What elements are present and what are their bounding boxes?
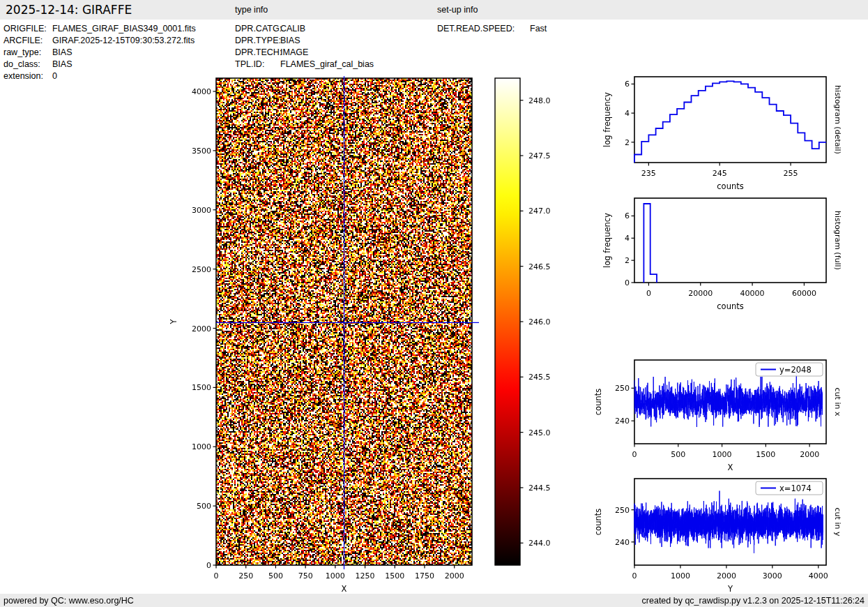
histogram-full-plot	[634, 198, 826, 283]
svg-text:0: 0	[632, 571, 637, 580]
cut-in-x-plot	[634, 360, 826, 444]
svg-text:240: 240	[615, 538, 630, 547]
svg-text:255: 255	[784, 169, 798, 178]
svg-text:X: X	[728, 463, 733, 472]
svg-text:20000: 20000	[688, 289, 713, 298]
svg-text:1500: 1500	[756, 450, 775, 459]
svg-text:Y: Y	[169, 319, 178, 325]
svg-text:250: 250	[238, 571, 253, 580]
svg-text:1000: 1000	[713, 450, 732, 459]
svg-text:244.5: 244.5	[528, 484, 551, 493]
svg-text:250: 250	[615, 506, 630, 515]
svg-text:0: 0	[632, 450, 637, 459]
svg-text:X: X	[342, 584, 347, 594]
svg-text:245: 245	[713, 169, 727, 178]
svg-text:2000: 2000	[192, 324, 211, 334]
svg-text:750: 750	[298, 571, 313, 580]
svg-text:0: 0	[214, 571, 219, 580]
page-title: 2025-12-14: GIRAFFE	[6, 3, 132, 17]
section-label-type-info: type info	[235, 5, 268, 15]
dprcatg-label: DPR.CATG:	[235, 24, 282, 33]
svg-text:240: 240	[615, 417, 630, 426]
svg-text:Y: Y	[727, 584, 733, 594]
svg-text:500: 500	[671, 450, 685, 459]
colorbar	[495, 78, 520, 565]
svg-text:248.0: 248.0	[528, 96, 551, 105]
svg-text:cut in x: cut in x	[833, 388, 842, 417]
svg-text:40000: 40000	[740, 289, 765, 298]
section-label-setup-info: set-up info	[437, 5, 478, 15]
svg-text:histogram (full): histogram (full)	[833, 211, 842, 270]
svg-text:counts: counts	[717, 181, 743, 191]
svg-text:histogram (detail): histogram (detail)	[833, 85, 842, 154]
svg-text:6: 6	[625, 211, 630, 220]
dprtype-value: BIAS	[280, 36, 300, 45]
svg-text:log frequency: log frequency	[602, 213, 612, 268]
svg-text:2000: 2000	[800, 450, 819, 459]
svg-text:0: 0	[625, 278, 630, 287]
svg-text:246.5: 246.5	[528, 262, 551, 271]
tplid-label: TPL.ID:	[235, 59, 264, 69]
svg-text:2500: 2500	[192, 265, 211, 274]
raw-image-plot	[216, 78, 472, 565]
svg-text:log frequency: log frequency	[602, 92, 612, 147]
arcfile-value: GIRAF.2025-12-15T09:30:53.272.fits	[52, 36, 195, 45]
svg-text:60000: 60000	[792, 289, 816, 298]
svg-text:1750: 1750	[415, 571, 434, 580]
svg-text:246.0: 246.0	[528, 317, 551, 327]
svg-text:counts: counts	[593, 389, 603, 415]
dprtech-value: IMAGE	[280, 47, 308, 57]
svg-text:245.5: 245.5	[528, 373, 551, 382]
svg-text:2000: 2000	[445, 571, 464, 580]
svg-text:2: 2	[625, 138, 630, 147]
histogram-detail-plot	[634, 77, 826, 163]
origfile-label: ORIGFILE:	[3, 24, 47, 33]
svg-text:247.5: 247.5	[528, 151, 551, 160]
cut-in-y-plot	[634, 479, 826, 565]
svg-text:1000: 1000	[671, 571, 690, 580]
svg-text:500: 500	[268, 571, 283, 580]
footer-powered-by: powered by QC: www.eso.org/HC	[3, 596, 134, 606]
footer-created-by: created by qc_rawdisp.py v1.2.3 on 2025-…	[642, 596, 865, 606]
svg-text:1000: 1000	[326, 571, 345, 580]
svg-text:1500: 1500	[385, 571, 404, 580]
svg-text:4000: 4000	[192, 87, 211, 96]
svg-text:cut in y: cut in y	[833, 508, 842, 537]
svg-text:245.0: 245.0	[528, 428, 551, 437]
rawtype-label: raw_type:	[3, 47, 41, 57]
readspeed-value: Fast	[530, 24, 547, 33]
tplid-value: FLAMES_giraf_cal_bias	[280, 59, 374, 69]
svg-text:counts: counts	[717, 301, 743, 311]
svg-text:500: 500	[197, 502, 211, 511]
arcfile-label: ARCFILE:	[3, 36, 43, 45]
origfile-value: FLAMES_GIRAF_BIAS349_0001.fits	[52, 24, 196, 33]
svg-text:3500: 3500	[192, 147, 211, 156]
readspeed-label: DET.READ.SPEED:	[437, 24, 515, 33]
dprtype-label: DPR.TYPE:	[235, 36, 281, 45]
svg-text:250: 250	[615, 384, 630, 393]
svg-text:4: 4	[625, 234, 630, 243]
svg-text:6: 6	[625, 80, 630, 89]
svg-text:0: 0	[646, 289, 651, 298]
extension-value: 0	[52, 71, 57, 81]
svg-text:0: 0	[206, 561, 211, 570]
svg-text:1000: 1000	[192, 442, 211, 451]
svg-text:counts: counts	[593, 509, 603, 535]
doclass-value: BIAS	[52, 59, 73, 69]
svg-text:4000: 4000	[809, 571, 828, 580]
svg-text:247.0: 247.0	[528, 207, 551, 216]
svg-text:1250: 1250	[356, 571, 375, 580]
svg-text:2000: 2000	[717, 571, 736, 580]
dprcatg-value: CALIB	[280, 24, 305, 33]
svg-text:3000: 3000	[763, 571, 782, 580]
svg-text:244.0: 244.0	[528, 539, 551, 548]
extension-label: extension:	[3, 71, 43, 81]
svg-text:1500: 1500	[192, 383, 211, 392]
qc-report-page: 2025-12-14: GIRAFFE type info set-up inf…	[0, 0, 868, 607]
dprtech-label: DPR.TECH:	[235, 47, 282, 57]
rawtype-value: BIAS	[52, 47, 73, 57]
doclass-label: do_class:	[3, 59, 40, 69]
svg-text:235: 235	[641, 169, 656, 178]
svg-text:2: 2	[625, 256, 630, 265]
svg-text:4: 4	[625, 109, 630, 118]
